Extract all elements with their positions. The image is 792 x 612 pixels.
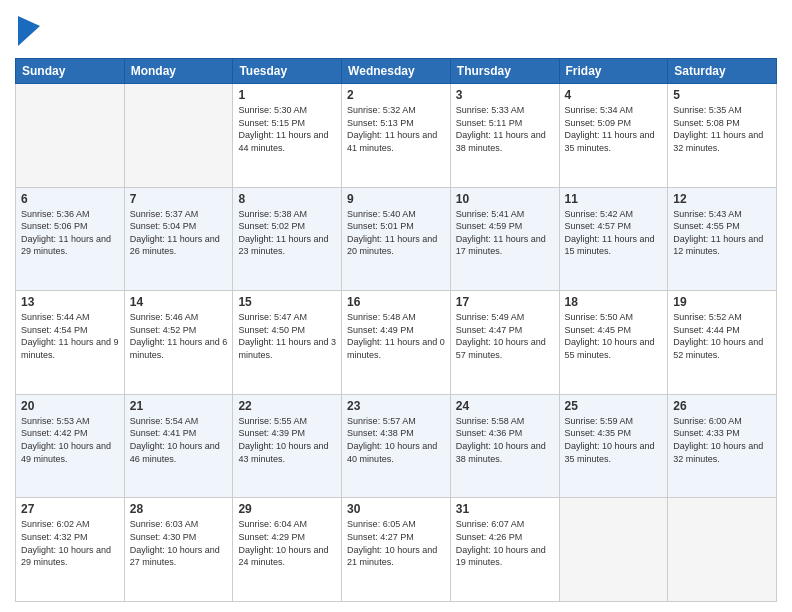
day-info: Sunrise: 5:58 AMSunset: 4:36 PMDaylight:… xyxy=(456,415,554,465)
day-number: 12 xyxy=(673,192,771,206)
day-info: Sunrise: 5:52 AMSunset: 4:44 PMDaylight:… xyxy=(673,311,771,361)
day-number: 17 xyxy=(456,295,554,309)
calendar-day-cell: 2Sunrise: 5:32 AMSunset: 5:13 PMDaylight… xyxy=(342,84,451,188)
calendar-day-cell: 4Sunrise: 5:34 AMSunset: 5:09 PMDaylight… xyxy=(559,84,668,188)
calendar-day-cell: 16Sunrise: 5:48 AMSunset: 4:49 PMDayligh… xyxy=(342,291,451,395)
calendar-day-cell: 1Sunrise: 5:30 AMSunset: 5:15 PMDaylight… xyxy=(233,84,342,188)
header-friday: Friday xyxy=(559,59,668,84)
day-info: Sunrise: 6:05 AMSunset: 4:27 PMDaylight:… xyxy=(347,518,445,568)
day-number: 23 xyxy=(347,399,445,413)
day-info: Sunrise: 5:40 AMSunset: 5:01 PMDaylight:… xyxy=(347,208,445,258)
weekday-header-row: Sunday Monday Tuesday Wednesday Thursday… xyxy=(16,59,777,84)
calendar-day-cell: 7Sunrise: 5:37 AMSunset: 5:04 PMDaylight… xyxy=(124,187,233,291)
day-info: Sunrise: 5:41 AMSunset: 4:59 PMDaylight:… xyxy=(456,208,554,258)
day-info: Sunrise: 5:35 AMSunset: 5:08 PMDaylight:… xyxy=(673,104,771,154)
calendar-week-row: 13Sunrise: 5:44 AMSunset: 4:54 PMDayligh… xyxy=(16,291,777,395)
day-number: 15 xyxy=(238,295,336,309)
day-number: 18 xyxy=(565,295,663,309)
day-info: Sunrise: 5:59 AMSunset: 4:35 PMDaylight:… xyxy=(565,415,663,465)
calendar-day-cell: 15Sunrise: 5:47 AMSunset: 4:50 PMDayligh… xyxy=(233,291,342,395)
day-number: 30 xyxy=(347,502,445,516)
header-monday: Monday xyxy=(124,59,233,84)
day-number: 13 xyxy=(21,295,119,309)
svg-marker-0 xyxy=(18,16,40,46)
day-info: Sunrise: 5:32 AMSunset: 5:13 PMDaylight:… xyxy=(347,104,445,154)
day-number: 5 xyxy=(673,88,771,102)
calendar-day-cell: 14Sunrise: 5:46 AMSunset: 4:52 PMDayligh… xyxy=(124,291,233,395)
calendar-day-cell: 6Sunrise: 5:36 AMSunset: 5:06 PMDaylight… xyxy=(16,187,125,291)
day-number: 8 xyxy=(238,192,336,206)
day-info: Sunrise: 5:30 AMSunset: 5:15 PMDaylight:… xyxy=(238,104,336,154)
day-number: 2 xyxy=(347,88,445,102)
calendar-day-cell: 25Sunrise: 5:59 AMSunset: 4:35 PMDayligh… xyxy=(559,394,668,498)
day-info: Sunrise: 6:04 AMSunset: 4:29 PMDaylight:… xyxy=(238,518,336,568)
day-number: 3 xyxy=(456,88,554,102)
calendar-day-cell: 10Sunrise: 5:41 AMSunset: 4:59 PMDayligh… xyxy=(450,187,559,291)
logo-icon xyxy=(18,16,40,50)
day-info: Sunrise: 6:07 AMSunset: 4:26 PMDaylight:… xyxy=(456,518,554,568)
calendar-day-cell xyxy=(124,84,233,188)
day-number: 26 xyxy=(673,399,771,413)
calendar-day-cell: 22Sunrise: 5:55 AMSunset: 4:39 PMDayligh… xyxy=(233,394,342,498)
day-number: 11 xyxy=(565,192,663,206)
calendar-day-cell: 13Sunrise: 5:44 AMSunset: 4:54 PMDayligh… xyxy=(16,291,125,395)
calendar-week-row: 6Sunrise: 5:36 AMSunset: 5:06 PMDaylight… xyxy=(16,187,777,291)
day-info: Sunrise: 5:55 AMSunset: 4:39 PMDaylight:… xyxy=(238,415,336,465)
page: Sunday Monday Tuesday Wednesday Thursday… xyxy=(0,0,792,612)
calendar-day-cell: 3Sunrise: 5:33 AMSunset: 5:11 PMDaylight… xyxy=(450,84,559,188)
day-number: 1 xyxy=(238,88,336,102)
day-number: 27 xyxy=(21,502,119,516)
calendar-day-cell: 20Sunrise: 5:53 AMSunset: 4:42 PMDayligh… xyxy=(16,394,125,498)
day-info: Sunrise: 5:49 AMSunset: 4:47 PMDaylight:… xyxy=(456,311,554,361)
day-info: Sunrise: 5:53 AMSunset: 4:42 PMDaylight:… xyxy=(21,415,119,465)
day-number: 22 xyxy=(238,399,336,413)
day-number: 16 xyxy=(347,295,445,309)
day-number: 10 xyxy=(456,192,554,206)
day-info: Sunrise: 6:03 AMSunset: 4:30 PMDaylight:… xyxy=(130,518,228,568)
day-info: Sunrise: 5:50 AMSunset: 4:45 PMDaylight:… xyxy=(565,311,663,361)
day-info: Sunrise: 5:42 AMSunset: 4:57 PMDaylight:… xyxy=(565,208,663,258)
day-number: 14 xyxy=(130,295,228,309)
header-tuesday: Tuesday xyxy=(233,59,342,84)
day-info: Sunrise: 5:43 AMSunset: 4:55 PMDaylight:… xyxy=(673,208,771,258)
header-wednesday: Wednesday xyxy=(342,59,451,84)
calendar-day-cell: 19Sunrise: 5:52 AMSunset: 4:44 PMDayligh… xyxy=(668,291,777,395)
calendar-day-cell xyxy=(16,84,125,188)
logo xyxy=(15,14,40,50)
day-number: 21 xyxy=(130,399,228,413)
calendar-day-cell xyxy=(668,498,777,602)
day-number: 7 xyxy=(130,192,228,206)
calendar-week-row: 27Sunrise: 6:02 AMSunset: 4:32 PMDayligh… xyxy=(16,498,777,602)
day-number: 24 xyxy=(456,399,554,413)
day-info: Sunrise: 6:00 AMSunset: 4:33 PMDaylight:… xyxy=(673,415,771,465)
day-info: Sunrise: 5:33 AMSunset: 5:11 PMDaylight:… xyxy=(456,104,554,154)
calendar-day-cell: 31Sunrise: 6:07 AMSunset: 4:26 PMDayligh… xyxy=(450,498,559,602)
day-info: Sunrise: 5:38 AMSunset: 5:02 PMDaylight:… xyxy=(238,208,336,258)
calendar-table: Sunday Monday Tuesday Wednesday Thursday… xyxy=(15,58,777,602)
calendar-day-cell: 12Sunrise: 5:43 AMSunset: 4:55 PMDayligh… xyxy=(668,187,777,291)
header xyxy=(15,10,777,50)
day-info: Sunrise: 5:37 AMSunset: 5:04 PMDaylight:… xyxy=(130,208,228,258)
calendar-day-cell: 27Sunrise: 6:02 AMSunset: 4:32 PMDayligh… xyxy=(16,498,125,602)
calendar-day-cell: 11Sunrise: 5:42 AMSunset: 4:57 PMDayligh… xyxy=(559,187,668,291)
day-info: Sunrise: 5:54 AMSunset: 4:41 PMDaylight:… xyxy=(130,415,228,465)
calendar-day-cell: 21Sunrise: 5:54 AMSunset: 4:41 PMDayligh… xyxy=(124,394,233,498)
calendar-day-cell: 5Sunrise: 5:35 AMSunset: 5:08 PMDaylight… xyxy=(668,84,777,188)
day-number: 25 xyxy=(565,399,663,413)
day-number: 19 xyxy=(673,295,771,309)
calendar-day-cell: 17Sunrise: 5:49 AMSunset: 4:47 PMDayligh… xyxy=(450,291,559,395)
calendar-day-cell: 24Sunrise: 5:58 AMSunset: 4:36 PMDayligh… xyxy=(450,394,559,498)
day-info: Sunrise: 5:46 AMSunset: 4:52 PMDaylight:… xyxy=(130,311,228,361)
header-saturday: Saturday xyxy=(668,59,777,84)
day-number: 20 xyxy=(21,399,119,413)
day-number: 29 xyxy=(238,502,336,516)
day-info: Sunrise: 5:48 AMSunset: 4:49 PMDaylight:… xyxy=(347,311,445,361)
calendar-day-cell: 8Sunrise: 5:38 AMSunset: 5:02 PMDaylight… xyxy=(233,187,342,291)
calendar-week-row: 20Sunrise: 5:53 AMSunset: 4:42 PMDayligh… xyxy=(16,394,777,498)
day-info: Sunrise: 6:02 AMSunset: 4:32 PMDaylight:… xyxy=(21,518,119,568)
calendar-day-cell: 30Sunrise: 6:05 AMSunset: 4:27 PMDayligh… xyxy=(342,498,451,602)
day-info: Sunrise: 5:47 AMSunset: 4:50 PMDaylight:… xyxy=(238,311,336,361)
day-number: 4 xyxy=(565,88,663,102)
header-thursday: Thursday xyxy=(450,59,559,84)
day-number: 31 xyxy=(456,502,554,516)
